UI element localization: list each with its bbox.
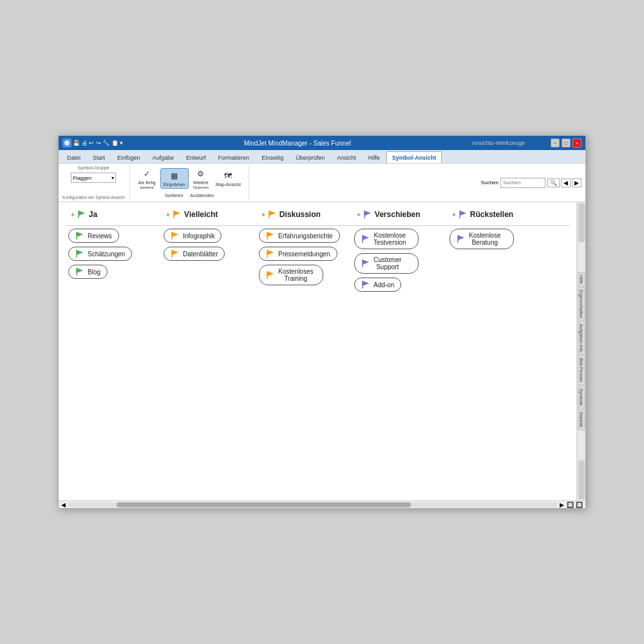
svg-marker-23 bbox=[267, 250, 274, 255]
right-scroll-up[interactable] bbox=[578, 204, 585, 242]
node-blog[interactable]: Blog bbox=[68, 265, 108, 279]
btn-weitere[interactable]: ⚙ Weitere Optionen bbox=[191, 167, 211, 191]
svg-marker-5 bbox=[269, 211, 276, 216]
col-title-verschieben: Verschieben bbox=[375, 210, 421, 219]
canvas-main: + Ja + Vielleicht bbox=[59, 202, 576, 500]
btn-einpramen[interactable]: ▦ Einprämen bbox=[160, 168, 189, 189]
maximize-button[interactable]: □ bbox=[562, 138, 571, 147]
svg-marker-17 bbox=[172, 232, 178, 237]
btn-einpramen-label: Einprämen bbox=[164, 182, 185, 187]
col-header-rueckstellen: + Rückstellen bbox=[450, 209, 545, 220]
tab-ansicht[interactable]: Ansicht bbox=[331, 151, 362, 163]
tab-entwurf[interactable]: Entwurf bbox=[180, 151, 212, 163]
tab-einfuegen[interactable]: Einfügen bbox=[111, 151, 146, 163]
window-title: MindJet MindManager - Sales Funnel bbox=[123, 140, 472, 147]
tab-hilfe[interactable]: Hilfe bbox=[363, 151, 386, 163]
flag-customer-support bbox=[361, 260, 370, 267]
node-addon[interactable]: Add-on bbox=[354, 278, 401, 292]
tab-aufgabe[interactable]: Aufgabe bbox=[147, 151, 180, 163]
btn-als-fertig[interactable]: ✓ Als fertig kantiere bbox=[135, 167, 158, 191]
col-plus-verschieben[interactable]: + bbox=[357, 211, 361, 218]
minimize-button[interactable]: − bbox=[551, 138, 560, 147]
ribbon-row-top: ✓ Als fertig kantiere ▦ Einprämen ⚙ Weit… bbox=[135, 167, 243, 191]
tab-symbol-ansicht[interactable]: Symbol-Ansicht bbox=[386, 151, 442, 163]
right-tab-statistik[interactable]: Statistik bbox=[578, 409, 585, 430]
col-header-verschieben: + Verschieben bbox=[354, 209, 450, 220]
ribbon-tab-bar: Datei Start Einfügen Aufgabe Entwurf For… bbox=[59, 150, 585, 163]
scrollbar-thumb[interactable] bbox=[117, 502, 411, 507]
flag-icon-ja bbox=[77, 211, 86, 218]
flaggen-combo[interactable]: Flaggen ▾ bbox=[71, 173, 116, 183]
right-tab-bild[interactable]: Bild-Fenster bbox=[578, 355, 585, 385]
close-button[interactable]: × bbox=[573, 138, 582, 147]
btn-map-ansicht[interactable]: 🗺 Map-Ansicht bbox=[213, 169, 243, 188]
nav-prev-btn[interactable]: ◀ bbox=[561, 178, 571, 187]
konfiguration-label: Konfiguration der Symbol-Ansicht bbox=[62, 195, 124, 200]
node-kostenloses-training[interactable]: KostenlosesTraining bbox=[259, 265, 323, 285]
column-rueckstellen: KostenloseBeratung bbox=[450, 229, 545, 249]
svg-marker-1 bbox=[79, 211, 85, 216]
btn-sortieren[interactable]: Sortieren bbox=[162, 192, 185, 199]
node-pressemeldungen-label: Pressemeldungen bbox=[278, 251, 330, 258]
svg-marker-27 bbox=[363, 235, 369, 240]
search-btn[interactable]: 🔍 bbox=[547, 178, 560, 187]
col-plus-vielleicht[interactable]: + bbox=[166, 211, 170, 218]
right-panel: Hilfe Eigenschaften Aufgaben-Info Bild-F… bbox=[576, 202, 585, 500]
right-tab-eigenschaften[interactable]: Eigenschaften bbox=[578, 287, 585, 321]
node-schaetzungen[interactable]: Schätzungen bbox=[68, 247, 132, 261]
right-scroll-down[interactable] bbox=[578, 460, 585, 499]
node-reviews[interactable]: Reviews bbox=[68, 229, 119, 243]
svg-point-0 bbox=[64, 140, 70, 146]
btn-ausblenden[interactable]: Ausblenden bbox=[187, 192, 216, 199]
flag-erfahrungsberichte bbox=[266, 232, 275, 240]
scrollbar-area: ◀ ▶ 🔲 🔲 bbox=[59, 500, 585, 508]
col-plus-diskussion[interactable]: + bbox=[261, 211, 265, 218]
btn-sortieren-label: Sortieren bbox=[165, 193, 183, 198]
node-kostenlose-beratung[interactable]: KostenloseBeratung bbox=[450, 229, 514, 249]
window-controls: − □ × bbox=[551, 138, 582, 147]
node-pressemeldungen[interactable]: Pressemeldungen bbox=[259, 247, 337, 261]
scrollbar-track[interactable] bbox=[68, 502, 558, 507]
col-plus-rueckstellen[interactable]: + bbox=[452, 211, 456, 218]
node-erfahrungsberichte[interactable]: Erfahrungsberichte bbox=[259, 229, 340, 243]
node-datenblaetter[interactable]: Datenblätter bbox=[164, 247, 225, 261]
right-tab-hilfe[interactable]: Hilfe bbox=[578, 272, 585, 287]
einpramen-icon: ▦ bbox=[168, 170, 181, 182]
scroll-right-btn[interactable]: ▶ bbox=[560, 502, 564, 508]
btn-map-label: Map-Ansicht bbox=[216, 182, 241, 187]
node-infographik[interactable]: Infographik bbox=[164, 229, 222, 243]
ribbon-search: Suchen 🔍 ◀ ▶ bbox=[481, 178, 582, 188]
search-controls: 🔍 ◀ ▶ bbox=[547, 178, 582, 187]
btn-kantiere-label: kantiere bbox=[140, 185, 153, 189]
nav-next-btn[interactable]: ▶ bbox=[572, 178, 582, 187]
tab-einseitig[interactable]: Einseitig bbox=[256, 151, 289, 163]
node-customer-support-label: CustomerSupport bbox=[374, 256, 401, 270]
node-kostenlose-testversion[interactable]: KostenloseTestversion bbox=[354, 229, 419, 249]
right-tab-symbole[interactable]: Symbole bbox=[578, 386, 585, 408]
tab-ueberpruefen[interactable]: Überprüfen bbox=[290, 151, 330, 163]
col-title-diskussion: Diskussion bbox=[279, 210, 321, 219]
tab-start[interactable]: Start bbox=[87, 151, 111, 163]
ribbon-group-symbol: Symbol-Gruppe Flaggen ▾ Konfiguration de… bbox=[62, 166, 130, 200]
tab-datei[interactable]: Datei bbox=[61, 151, 86, 163]
tab-formatieren[interactable]: Formatieren bbox=[213, 151, 256, 163]
ribbon: Datei Start Einfügen Aufgabe Entwurf For… bbox=[59, 150, 585, 202]
quick-access: 💾 🖨 ↩ ↪ 🔧 📋 ▾ bbox=[73, 140, 123, 146]
col-title-ja: Ja bbox=[89, 210, 97, 219]
column-diskussion: Erfahrungsberichte Pressemeldungen bbox=[259, 229, 354, 285]
symbol-gruppe-label: Symbol-Gruppe bbox=[78, 166, 109, 170]
btn-optionen-label: Optionen bbox=[193, 185, 209, 189]
ribbon-group-actions: ✓ Als fertig kantiere ▦ Einprämen ⚙ Weit… bbox=[135, 166, 249, 200]
svg-marker-3 bbox=[174, 211, 180, 216]
scroll-left-btn[interactable]: ◀ bbox=[61, 502, 66, 508]
col-header-diskussion: + Diskussion bbox=[259, 209, 354, 220]
col-plus-ja[interactable]: + bbox=[71, 211, 75, 218]
node-kostenloses-training-label: KostenlosesTraining bbox=[278, 268, 313, 282]
node-infographik-label: Infographik bbox=[183, 232, 214, 240]
node-customer-support[interactable]: CustomerSupport bbox=[354, 253, 419, 274]
svg-marker-15 bbox=[77, 268, 83, 273]
svg-marker-31 bbox=[363, 281, 369, 286]
right-side-tabs: Hilfe Eigenschaften Aufgaben-Info Bild-F… bbox=[578, 272, 585, 430]
search-input[interactable] bbox=[500, 178, 545, 188]
right-tab-aufgaben[interactable]: Aufgaben-Info bbox=[578, 321, 585, 355]
